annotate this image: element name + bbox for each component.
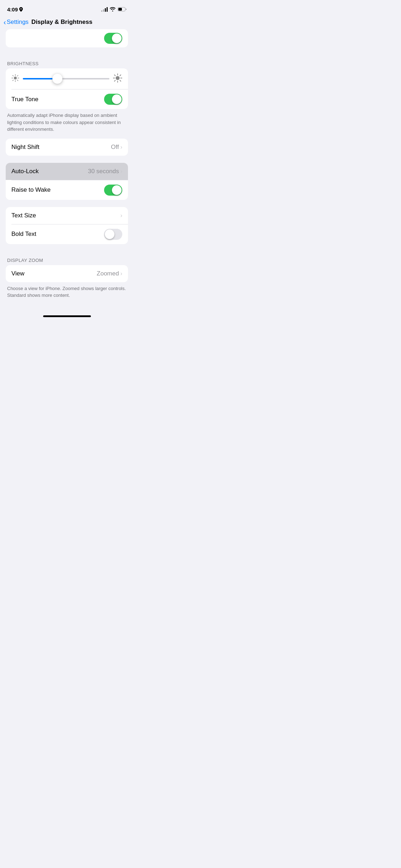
back-label: Settings: [7, 19, 29, 26]
bold-text-row: Bold Text: [6, 224, 128, 244]
sun-large-icon: [113, 73, 122, 84]
partial-top-card: [6, 29, 128, 47]
raise-to-wake-row: Raise to Wake: [6, 180, 128, 200]
back-chevron-icon: ‹: [4, 19, 6, 26]
display-zoom-section-label: DISPLAY ZOOM: [0, 251, 134, 265]
text-size-label: Text Size: [11, 212, 36, 219]
svg-line-16: [114, 75, 115, 76]
brightness-slider-row: [6, 68, 128, 89]
true-tone-row: True Tone: [6, 89, 128, 109]
night-shift-label: Night Shift: [11, 144, 39, 151]
night-shift-row[interactable]: Night Shift Off ›: [6, 139, 128, 156]
partial-toggle[interactable]: [104, 33, 122, 44]
autolock-card: Auto-Lock 30 seconds › Raise to Wake: [6, 163, 128, 200]
true-tone-label: True Tone: [11, 96, 38, 103]
true-tone-toggle[interactable]: [104, 94, 122, 105]
status-bar: 4:09: [0, 0, 134, 16]
brightness-slider[interactable]: [23, 78, 109, 79]
brightness-section-label: BRIGHTNESS: [0, 55, 134, 68]
night-shift-card: Night Shift Off ›: [6, 139, 128, 156]
page-title: Display & Brightness: [31, 19, 92, 26]
battery-icon: [118, 7, 127, 11]
raise-to-wake-toggle[interactable]: [104, 185, 122, 196]
true-tone-description: Automatically adapt iPhone display based…: [0, 109, 134, 139]
view-value: Zoomed: [97, 270, 119, 277]
status-time: 4:09: [7, 6, 18, 12]
text-card: Text Size › Bold Text: [6, 207, 128, 244]
svg-line-8: [17, 80, 18, 81]
text-size-row[interactable]: Text Size ›: [6, 207, 128, 224]
wifi-icon: [110, 7, 115, 11]
svg-point-11: [116, 76, 120, 80]
svg-line-18: [120, 75, 121, 76]
svg-line-19: [114, 81, 115, 82]
display-zoom-description: Choose a view for iPhone. Zoomed shows l…: [0, 282, 134, 305]
svg-rect-1: [118, 8, 122, 11]
svg-point-2: [14, 77, 17, 79]
raise-to-wake-label: Raise to Wake: [11, 186, 51, 193]
sun-small-icon: [11, 74, 19, 83]
view-chevron-icon: ›: [120, 270, 122, 277]
svg-line-7: [13, 76, 14, 76]
svg-line-17: [120, 81, 121, 82]
auto-lock-value: 30 seconds: [88, 168, 119, 175]
view-row[interactable]: View Zoomed ›: [6, 265, 128, 282]
status-icons: [101, 7, 127, 12]
home-bar: [43, 315, 91, 317]
night-shift-value: Off: [111, 144, 119, 151]
bold-text-label: Bold Text: [11, 231, 36, 238]
nav-bar: ‹ Settings Display & Brightness: [0, 16, 134, 29]
svg-line-10: [13, 80, 14, 81]
home-indicator: [0, 312, 134, 319]
text-size-chevron-icon: ›: [120, 212, 122, 219]
auto-lock-label: Auto-Lock: [11, 168, 39, 175]
display-zoom-card: View Zoomed ›: [6, 265, 128, 282]
bold-text-toggle[interactable]: [104, 229, 122, 240]
auto-lock-chevron-icon: ›: [120, 168, 122, 175]
night-shift-chevron-icon: ›: [120, 144, 122, 150]
signal-icon: [101, 7, 108, 12]
auto-lock-row[interactable]: Auto-Lock 30 seconds ›: [6, 163, 128, 180]
brightness-card: True Tone: [6, 68, 128, 109]
location-icon: [19, 7, 23, 12]
view-label: View: [11, 270, 25, 277]
svg-line-9: [17, 76, 18, 76]
back-button[interactable]: ‹ Settings: [4, 19, 29, 26]
